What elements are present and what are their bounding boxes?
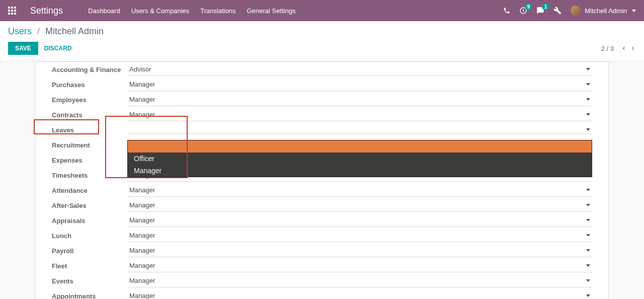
row-after-sales: After-Sales Manager — [52, 198, 592, 213]
row-events: Events Manager — [52, 273, 592, 288]
debug-icon[interactable] — [553, 7, 561, 15]
activity-badge: 9 — [525, 4, 533, 10]
row-employees: Employees Manager — [52, 92, 592, 107]
label-leaves: Leaves — [52, 123, 127, 137]
select-purchases[interactable]: Manager — [127, 78, 592, 91]
leaves-dropdown: Officer Manager — [127, 140, 592, 177]
select-contracts[interactable]: Manager — [127, 108, 592, 121]
label-appointments: Appointments — [52, 289, 127, 300]
select-lunch[interactable]: Manager — [127, 229, 592, 242]
user-menu[interactable]: Mitchell Admin — [571, 6, 636, 16]
top-navbar: Settings Dashboard Users & Companies Tra… — [0, 0, 644, 21]
select-employees[interactable]: Manager — [127, 93, 592, 106]
dropdown-option-manager[interactable]: Manager — [128, 165, 592, 177]
select-events[interactable]: Manager — [127, 274, 592, 287]
select-after-sales[interactable]: Manager — [127, 199, 592, 212]
nav-users-companies[interactable]: Users & Companies — [131, 7, 190, 15]
phone-icon[interactable] — [503, 7, 510, 14]
chevron-down-icon — [586, 234, 590, 237]
user-name-label: Mitchell Admin — [585, 7, 627, 15]
label-fleet: Fleet — [52, 259, 127, 273]
label-after-sales: After-Sales — [52, 199, 127, 212]
chevron-down-icon — [586, 219, 590, 221]
select-payroll[interactable]: Manager — [127, 244, 592, 257]
select-accounting[interactable]: Advisor — [127, 63, 592, 76]
row-lunch: Lunch Manager — [52, 228, 592, 243]
dropdown-option-officer[interactable]: Officer — [128, 153, 592, 165]
chevron-down-icon — [586, 68, 590, 70]
select-fleet[interactable]: Manager — [127, 259, 592, 272]
chevron-down-icon — [586, 294, 590, 297]
breadcrumb-root[interactable]: Users — [8, 26, 32, 36]
row-accounting: Accounting & Finance Advisor — [52, 62, 592, 77]
pager-prev[interactable] — [621, 45, 627, 52]
control-panel: Users / Mitchell Admin SAVE DISCARD 2 / … — [0, 21, 644, 61]
label-timesheets: Timesheets — [52, 169, 127, 182]
chevron-down-icon — [586, 98, 590, 101]
dropdown-option-blank[interactable] — [128, 140, 592, 153]
pager-text: 2 / 3 — [601, 45, 614, 52]
breadcrumb: Users / Mitchell Admin — [8, 26, 636, 37]
row-appointments: Appointments Manager — [52, 288, 592, 299]
label-payroll: Payroll — [52, 244, 127, 258]
row-attendance: Attendance Manager — [52, 183, 592, 198]
chevron-down-icon — [632, 10, 636, 12]
discard-button[interactable]: DISCARD — [44, 45, 72, 52]
chevron-down-icon — [586, 249, 590, 252]
label-appraisals: Appraisals — [52, 214, 127, 228]
row-leaves: Leaves Officer Manager — [52, 122, 592, 137]
row-appraisals: Appraisals Manager — [52, 213, 592, 228]
save-button[interactable]: SAVE — [8, 42, 38, 55]
label-events: Events — [52, 274, 127, 288]
label-lunch: Lunch — [52, 229, 127, 243]
form-sheet: Accounting & Finance Advisor Purchases M… — [35, 61, 609, 299]
nav-general-settings[interactable]: General Settings — [247, 7, 296, 15]
select-leaves[interactable] — [127, 126, 592, 134]
label-employees: Employees — [52, 93, 127, 107]
label-accounting: Accounting & Finance — [52, 63, 127, 77]
label-recruitment: Recruitment — [52, 138, 127, 152]
row-purchases: Purchases Manager — [52, 77, 592, 92]
chevron-down-icon — [586, 113, 590, 116]
nav-dashboard[interactable]: Dashboard — [88, 7, 120, 15]
select-appointments[interactable]: Manager — [127, 289, 592, 299]
chevron-down-icon — [586, 264, 590, 267]
chevron-down-icon — [586, 279, 590, 282]
row-fleet: Fleet Manager — [52, 258, 592, 273]
row-contracts: Contracts Manager — [52, 107, 592, 122]
select-attendance[interactable]: Manager — [127, 184, 592, 197]
activity-icon[interactable]: 9 — [519, 7, 527, 15]
select-appraisals[interactable]: Manager — [127, 214, 592, 227]
chevron-down-icon — [586, 128, 590, 131]
label-expenses: Expenses — [52, 154, 127, 167]
row-payroll: Payroll Manager — [52, 243, 592, 258]
pager-next[interactable] — [630, 45, 636, 52]
app-title: Settings — [30, 6, 63, 16]
nav-translations[interactable]: Translations — [200, 7, 235, 15]
chevron-down-icon — [586, 204, 590, 206]
label-contracts: Contracts — [52, 108, 127, 122]
nav-menu: Dashboard Users & Companies Translations… — [88, 7, 295, 15]
label-purchases: Purchases — [52, 78, 127, 92]
messages-badge: 1 — [542, 4, 550, 10]
label-attendance: Attendance — [52, 184, 127, 197]
messages-icon[interactable]: 1 — [536, 7, 544, 15]
chevron-down-icon — [586, 189, 590, 191]
avatar — [571, 6, 581, 16]
apps-icon[interactable] — [8, 7, 16, 15]
chevron-down-icon — [586, 83, 590, 86]
breadcrumb-current: Mitchell Admin — [45, 26, 104, 36]
